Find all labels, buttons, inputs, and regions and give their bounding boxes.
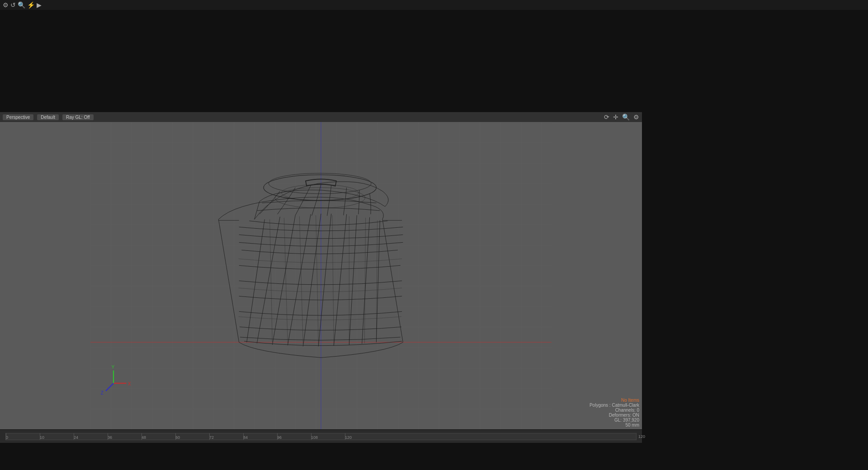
mesh-svg: X Y Z (0, 122, 642, 429)
tl-mark-120: 120 (345, 435, 352, 440)
preview-strip: ⚙ ↺ 🔍 ⚡ ▶ ▶ (0, 43, 642, 102)
viewport-icon-orbit[interactable]: ⟳ (604, 113, 609, 121)
tl-mark-60: 60 (175, 435, 180, 440)
size-status: 50 mm (590, 423, 639, 428)
tl-mark-10: 10 (40, 435, 44, 440)
viewport-icon-pan[interactable]: ✛ (613, 113, 618, 121)
tl-end-mark: 120 (638, 434, 642, 439)
channels-status: Channels: 0 (590, 408, 639, 413)
tl-mark-96: 96 (277, 435, 282, 440)
viewport-icon-settings[interactable]: ⚙ (633, 113, 639, 121)
view-type-label[interactable]: Perspective (3, 114, 33, 120)
preview-icon-5[interactable]: ▶ (37, 1, 42, 9)
preview-area: ⚙ ↺ 🔍 ⚡ ▶ ▶ (0, 43, 642, 102)
tl-mark-108: 108 (311, 435, 318, 440)
tl-mark-72: 72 (209, 435, 214, 440)
viewport-status: No Items Polygons : Catmull-Clark Channe… (590, 398, 639, 428)
svg-text:X: X (128, 381, 131, 386)
tl-mark-48: 48 (142, 435, 146, 440)
svg-text:Y: Y (111, 365, 114, 370)
viewport: Perspective Default Ray GL: Off ⟳ ✛ 🔍 ⚙ (0, 112, 642, 429)
tl-mark-24: 24 (74, 435, 78, 440)
preview-icon-1[interactable]: ⚙ (3, 1, 9, 9)
timeline: 0 10 24 36 48 60 72 84 96 108 (0, 429, 642, 443)
viewport-icon-zoom[interactable]: 🔍 (622, 113, 630, 121)
tl-mark-84: 84 (243, 435, 248, 440)
gl-status: GL: 397,920 (590, 418, 639, 423)
svg-text:Z: Z (101, 390, 104, 395)
mesh-display: X Y Z (0, 122, 642, 429)
no-items-status: No Items (590, 398, 639, 403)
preset-label[interactable]: Default (37, 114, 59, 120)
timeline-ruler[interactable]: 0 10 24 36 48 60 72 84 96 108 (5, 433, 637, 440)
raygl-label[interactable]: Ray GL: Off (62, 114, 94, 120)
preview-icon-2[interactable]: ↺ (10, 1, 16, 9)
preview-icon-3[interactable]: 🔍 (18, 1, 25, 9)
polygons-status: Polygons : Catmull-Clark (590, 403, 639, 408)
deformers-status: Deformers: ON (590, 413, 639, 418)
viewport-header: Perspective Default Ray GL: Off ⟳ ✛ 🔍 ⚙ (0, 112, 642, 122)
tl-mark-36: 36 (108, 435, 112, 440)
preview-icon-4[interactable]: ⚡ (27, 1, 35, 9)
